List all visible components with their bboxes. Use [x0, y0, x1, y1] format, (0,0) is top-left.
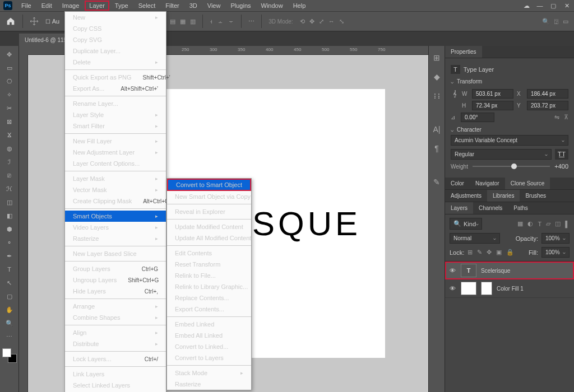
lock-all-icon[interactable]: 🔒	[506, 249, 514, 256]
menuitem-embed-all-linked[interactable]: Embed All Linked	[167, 330, 251, 341]
marquee-tool-icon[interactable]: ▭	[2, 62, 17, 74]
character-icon[interactable]: A|	[432, 124, 442, 134]
dist-h-icon[interactable]: ⫞	[210, 18, 213, 25]
y-field[interactable]: 203.72 px	[527, 101, 568, 110]
path-tool-icon[interactable]: ↖	[2, 277, 17, 289]
lasso-tool-icon[interactable]: ⎔	[2, 75, 17, 87]
menuitem-lock-layers-[interactable]: Lock Layers...Ctrl+/	[65, 353, 166, 365]
x-field[interactable]: 186.44 px	[527, 89, 568, 99]
filter-toggle-icon[interactable]: ▌	[565, 221, 570, 227]
canvas-text[interactable]: SQUE	[252, 204, 361, 243]
width-field[interactable]: 503.61 px	[472, 89, 513, 99]
font-style-select[interactable]: Regular	[451, 149, 552, 160]
menuitem-create-clipping-mask[interactable]: Create Clipping MaskAlt+Ctrl+G	[65, 195, 166, 207]
menuitem-distribute[interactable]: Distribute▸	[65, 338, 166, 349]
menuitem-hide-layers[interactable]: Hide LayersCtrl+,	[65, 286, 166, 297]
3d-pan-icon[interactable]: ✥	[309, 18, 314, 25]
minimize-icon[interactable]: —	[536, 2, 544, 10]
menuitem-new[interactable]: New▸	[65, 12, 166, 23]
edit-toolbar-icon[interactable]: ⋯	[2, 330, 17, 343]
hand-tool-icon[interactable]: ✋	[2, 304, 17, 316]
strip-icon-2[interactable]: ◆	[432, 72, 442, 82]
menu-image[interactable]: Image	[58, 1, 84, 11]
fill-field[interactable]: 100%	[541, 247, 570, 258]
menuitem-align[interactable]: Align▸	[65, 327, 166, 338]
maximize-icon[interactable]: ▢	[549, 2, 557, 10]
tab-brushes[interactable]: Brushes	[520, 190, 552, 202]
tab-channels[interactable]: Channels	[473, 202, 508, 214]
cloud-icon[interactable]: ☁	[522, 2, 530, 10]
menuitem-vector-mask[interactable]: Vector Mask▸	[65, 184, 166, 195]
3d-orbit-icon[interactable]: ⟲	[300, 18, 305, 25]
tab-color[interactable]: Color	[445, 178, 470, 189]
share-icon[interactable]: ⍰	[554, 18, 558, 25]
tab-libraries[interactable]: Libraries	[487, 190, 520, 202]
link-wh-icon[interactable]: 𝄞	[451, 90, 459, 97]
menu-filter[interactable]: Filter	[161, 1, 183, 11]
healing-tool-icon[interactable]: ◍	[2, 142, 17, 155]
blend-mode-select[interactable]: Normal	[450, 233, 500, 244]
align-right-icon[interactable]: ▥	[190, 18, 196, 25]
menuitem-new-fill-layer[interactable]: New Fill Layer▸	[65, 136, 166, 147]
move-opt-icon[interactable]	[30, 17, 39, 26]
opacity-field[interactable]: 100%	[541, 233, 570, 244]
menuitem-smart-objects[interactable]: Smart Objects▸	[65, 211, 166, 222]
menuitem-new-adjustment-layer[interactable]: New Adjustment Layer▸	[65, 147, 166, 158]
menuitem-layer-style[interactable]: Layer Style▸	[65, 109, 166, 120]
more-icon[interactable]: ⋯	[248, 18, 254, 25]
filter-shape-icon[interactable]: ▱	[546, 220, 550, 227]
blur-tool-icon[interactable]: ⬢	[2, 223, 17, 235]
workspace-icon[interactable]: ▭	[563, 18, 568, 25]
color-swatches[interactable]	[2, 348, 17, 363]
paragraph-icon[interactable]: ¶	[432, 143, 442, 153]
close-icon[interactable]: ✕	[563, 2, 571, 10]
menu-layer[interactable]: Layer	[85, 1, 109, 11]
menuitem-delete[interactable]: Delete▸	[65, 57, 166, 68]
lock-brush-icon[interactable]: ✎	[477, 249, 482, 256]
align-left-icon[interactable]: ▤	[170, 18, 175, 25]
lock-artboard-icon[interactable]: ▣	[496, 249, 502, 256]
menuitem-convert-to-smart-object[interactable]: Convert to Smart Object	[167, 179, 251, 191]
menu-file[interactable]: File	[17, 1, 36, 11]
menuitem-copy-svg[interactable]: Copy SVG	[65, 34, 166, 45]
filter-pixel-icon[interactable]: ▦	[517, 220, 523, 227]
layer-row[interactable]: 👁Color Fill 1	[445, 279, 574, 298]
frame-tool-icon[interactable]: ⊠	[2, 115, 17, 128]
font-family-select[interactable]: Acumin Variable Concept	[451, 135, 568, 146]
menu-edit[interactable]: Edit	[37, 1, 57, 11]
histogram-icon[interactable]: ⫶⫶	[432, 91, 442, 101]
menu-select[interactable]: Select	[134, 1, 160, 11]
tab-navigator[interactable]: Navigator	[470, 178, 505, 189]
menuitem-video-layers[interactable]: Video Layers▸	[65, 222, 166, 233]
menu-help[interactable]: Help	[289, 1, 311, 11]
tab-paths[interactable]: Paths	[508, 202, 534, 214]
pen-tool-icon[interactable]: ✒	[2, 250, 17, 262]
layer-row[interactable]: 👁TScelerisque	[445, 262, 574, 279]
menu-type[interactable]: Type	[110, 1, 133, 11]
filter-adjust-icon[interactable]: ◐	[527, 220, 533, 227]
history-brush-icon[interactable]: ℋ	[2, 183, 17, 195]
zoom-tool-icon[interactable]: 🔍	[2, 317, 17, 329]
visibility-icon[interactable]: 👁	[448, 285, 456, 292]
home-icon[interactable]	[6, 16, 16, 26]
move-tool-icon[interactable]: ✥	[2, 48, 17, 60]
lock-move-icon[interactable]: ✥	[487, 249, 492, 256]
filter-type-icon[interactable]: T	[538, 221, 541, 227]
menu-3d[interactable]: 3D	[185, 1, 202, 11]
gradient-tool-icon[interactable]: ◧	[2, 209, 17, 222]
3d-slide-icon[interactable]: ↔	[328, 18, 335, 25]
brush-tool-icon[interactable]: ℐ	[2, 156, 17, 168]
wand-tool-icon[interactable]: ✧	[2, 88, 17, 101]
character-header[interactable]: Character	[451, 124, 568, 135]
height-field[interactable]: 72.34 px	[472, 101, 513, 110]
strip-icon-1[interactable]: ⊞	[432, 53, 442, 63]
weight-slider[interactable]	[473, 166, 550, 167]
3d-scale-icon[interactable]: ⤡	[339, 18, 344, 25]
3d-dolly-icon[interactable]: ⤢	[319, 18, 324, 25]
eyedropper-tool-icon[interactable]: ⴴ	[2, 129, 17, 141]
menuitem-rename-layer-[interactable]: Rename Layer...	[65, 98, 166, 109]
type-tool-icon[interactable]: T	[2, 263, 17, 276]
menuitem-duplicate-layer-[interactable]: Duplicate Layer...	[65, 45, 166, 57]
tab-clone-source[interactable]: Clone Source	[505, 178, 550, 189]
eraser-tool-icon[interactable]: ◫	[2, 196, 17, 208]
